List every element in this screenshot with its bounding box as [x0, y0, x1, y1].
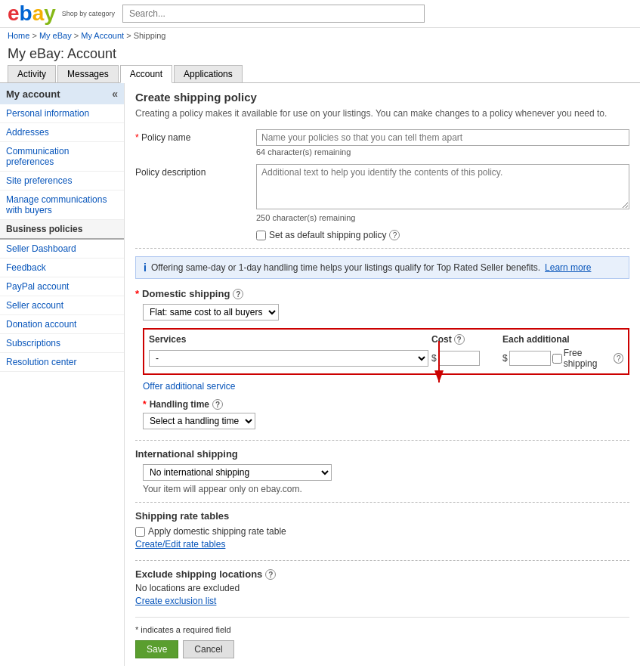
required-note: * indicates a required field — [135, 625, 629, 634]
offer-additional-link[interactable]: Offer additional service — [143, 381, 236, 392]
domestic-shipping-section: * Domestic shipping ? Flat: same cost to… — [135, 288, 629, 321]
sidebar-item-feedback[interactable]: Feedback — [0, 259, 124, 277]
international-shipping-title: International shipping — [135, 448, 629, 460]
tab-activity[interactable]: Activity — [8, 65, 56, 82]
sidebar-title: My account — [6, 88, 60, 100]
search-input[interactable] — [122, 5, 425, 23]
policy-desc-row: Policy description 250 character(s) rema… — [135, 164, 629, 222]
exclude-link[interactable]: Create exclusion list — [135, 596, 216, 606]
service-select[interactable]: - — [149, 350, 428, 367]
exclude-title: Exclude shipping locations ? — [135, 568, 629, 580]
header: ebay Shop by category — [0, 0, 640, 28]
breadcrumb-home[interactable]: Home — [8, 31, 29, 40]
international-shipping-section: International shipping No international … — [135, 448, 629, 494]
policy-name-control: 64 character(s) remaining — [256, 129, 629, 156]
sidebar-item-subscriptions[interactable]: Subscriptions — [0, 334, 124, 353]
international-shipping-select[interactable]: No international shipping — [143, 464, 332, 481]
default-shipping-label: Set as default shipping policy — [269, 230, 386, 240]
sidebar-item-addresses[interactable]: Addresses — [0, 123, 124, 142]
sidebar-item-paypal-account[interactable]: PayPal account — [0, 277, 124, 296]
breadcrumb-myaccount[interactable]: My Account — [81, 31, 124, 40]
tab-messages[interactable]: Messages — [57, 65, 119, 82]
page-title: My eBay: Account — [8, 46, 632, 62]
cancel-button[interactable]: Cancel — [183, 640, 233, 658]
cost-col-header: Cost ? — [431, 334, 499, 345]
main-tabs: Activity Messages Account Applications — [0, 62, 640, 83]
divider-1 — [135, 248, 629, 249]
exclude-none-text: No locations are excluded — [135, 583, 629, 593]
rate-tables-title: Shipping rate tables — [135, 510, 629, 522]
tab-account[interactable]: Account — [120, 65, 172, 83]
default-shipping-checkbox[interactable] — [256, 231, 266, 240]
help-icon-free-shipping: ? — [614, 353, 623, 364]
divider-4 — [135, 560, 629, 561]
each-additional-dollar: $ — [502, 353, 508, 364]
cost-input-wrap: $ — [431, 351, 499, 366]
help-icon-handling: ? — [212, 399, 223, 410]
sidebar-item-manage-communications[interactable]: Manage communications with buyers — [0, 190, 124, 220]
free-shipping-checkbox[interactable] — [552, 354, 562, 364]
sidebar-item-seller-dashboard[interactable]: Seller Dashboard — [0, 240, 124, 259]
help-icon-default: ? — [389, 230, 400, 240]
each-additional-wrap: $ Free shipping ? — [502, 348, 623, 369]
collapse-icon[interactable]: « — [112, 88, 118, 100]
policy-desc-label: Policy description — [135, 164, 256, 178]
info-icon: i — [144, 262, 147, 274]
page-title-bar: My eBay: Account — [0, 43, 640, 62]
form-buttons: Save Cancel — [135, 640, 629, 658]
breadcrumb-myebay[interactable]: My eBay — [39, 31, 72, 40]
rate-tables-checkbox-row: Apply domestic shipping rate table — [135, 526, 629, 537]
policy-name-chars: 64 character(s) remaining — [256, 147, 629, 156]
section-title: Create shipping policy — [135, 91, 629, 104]
rate-tables-link[interactable]: Create/Edit rate tables — [135, 539, 225, 550]
breadcrumb-shipping: Shipping — [134, 31, 166, 40]
info-banner: i Offering same-day or 1-day handling ti… — [135, 256, 629, 279]
ebay-logo: ebay Shop by category — [8, 3, 115, 24]
help-icon-exclude: ? — [265, 569, 276, 580]
tab-applications[interactable]: Applications — [174, 65, 243, 82]
free-shipping-label: Free shipping — [564, 348, 613, 369]
sidebar: My account « Personal information Addres… — [0, 83, 125, 666]
policy-desc-input[interactable] — [256, 164, 629, 209]
handling-time-select[interactable]: Select a handling time — [143, 413, 255, 429]
help-icon-domestic: ? — [233, 289, 243, 299]
section-desc: Creating a policy makes it available for… — [135, 108, 629, 119]
info-text: Offering same-day or 1-day handling time… — [151, 262, 540, 273]
services-row: - $ $ Free shipping ? — [149, 348, 623, 369]
policy-desc-control: 250 character(s) remaining — [256, 164, 629, 222]
shop-by-text: Shop by category — [62, 10, 115, 18]
divider-2 — [135, 440, 629, 441]
breadcrumb: Home > My eBay > My Account > Shipping — [0, 28, 640, 43]
logo-text: ebay — [8, 3, 56, 24]
domestic-shipping-select[interactable]: Flat: same cost to all buyers — [143, 304, 279, 321]
each-additional-input[interactable] — [509, 351, 551, 366]
services-container: Services Cost ? Each additional - $ — [143, 328, 629, 375]
divider-3 — [135, 502, 629, 503]
exclude-section: Exclude shipping locations ? No location… — [135, 568, 629, 606]
main-content: Create shipping policy Creating a policy… — [125, 83, 640, 666]
layout: My account « Personal information Addres… — [0, 83, 640, 666]
help-icon-cost: ? — [454, 334, 465, 345]
sidebar-item-donation-account[interactable]: Donation account — [0, 315, 124, 334]
sidebar-item-site-preferences[interactable]: Site preferences — [0, 172, 124, 190]
international-note: Your item will appear only on ebay.com. — [143, 484, 629, 494]
rate-tables-checkbox[interactable] — [135, 527, 145, 537]
rate-tables-section: Shipping rate tables Apply domestic ship… — [135, 510, 629, 550]
sidebar-item-personal-information[interactable]: Personal information — [0, 104, 124, 123]
sidebar-item-communication-preferences[interactable]: Communication preferences — [0, 142, 124, 172]
cost-input[interactable] — [438, 351, 480, 366]
default-checkbox-row: Set as default shipping policy ? — [256, 230, 629, 240]
each-additional-col-header: Each additional — [502, 334, 623, 345]
search-bar — [122, 5, 425, 23]
learn-more-link[interactable]: Learn more — [545, 262, 591, 273]
save-button[interactable]: Save — [135, 640, 178, 658]
policy-name-input[interactable] — [256, 129, 629, 146]
policy-name-row: * Policy name 64 character(s) remaining — [135, 129, 629, 156]
divider-5 — [135, 617, 629, 618]
policy-name-label: * Policy name — [135, 129, 256, 143]
sidebar-item-resolution-center[interactable]: Resolution center — [0, 353, 124, 372]
sidebar-header: My account « — [0, 83, 124, 104]
handling-time-label: Handling time — [150, 399, 209, 410]
policy-desc-chars: 250 character(s) remaining — [256, 213, 629, 222]
sidebar-item-seller-account[interactable]: Seller account — [0, 296, 124, 315]
